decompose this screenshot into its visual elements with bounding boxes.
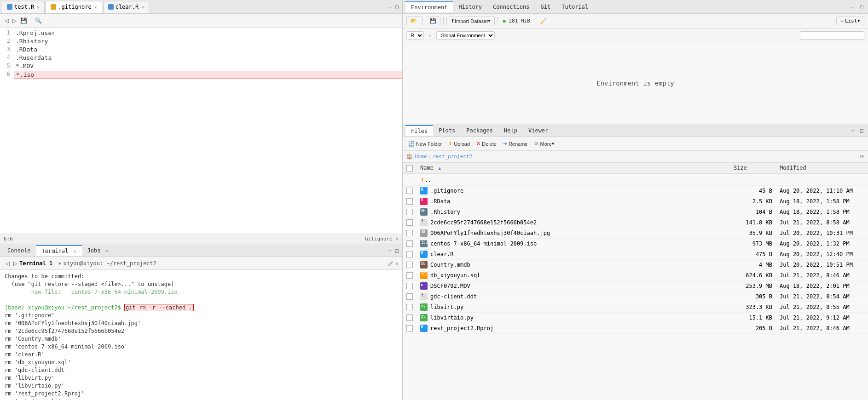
save-env-button[interactable]: 💾 xyxy=(426,17,440,25)
table-row[interactable]: 🖼006APoFYly1fnedhtexhsj30f40ciaah.jpg35.… xyxy=(403,228,868,238)
row-checkbox[interactable] xyxy=(406,262,413,268)
row-checkbox-cell[interactable] xyxy=(403,259,417,270)
row-checkbox-cell[interactable] xyxy=(403,249,417,259)
row-checkbox[interactable] xyxy=(406,198,413,205)
terminal-close-btn[interactable]: ✕ xyxy=(395,260,399,267)
table-row[interactable]: R.RData2.5 KBAug 18, 2022, 1:58 PM xyxy=(403,196,868,206)
jobs-tab-close[interactable]: ✕ xyxy=(106,248,109,253)
tab-plots[interactable]: Plots xyxy=(433,126,461,136)
tab-terminal[interactable]: Terminal ✕ xyxy=(36,245,82,256)
tab-packages[interactable]: Packages xyxy=(461,126,498,136)
open-button[interactable]: 📂 xyxy=(406,17,423,25)
row-checkbox-cell[interactable] xyxy=(403,280,417,291)
col-header-check[interactable] xyxy=(403,163,417,173)
table-row[interactable]: RH.Rhistory104 BAug 18, 2022, 1:58 PM xyxy=(403,206,868,217)
table-row[interactable]: Rrest_project2.Rproj205 BJul 21, 2022, 8… xyxy=(403,323,868,333)
tab-clear-r[interactable]: clear.R ✕ xyxy=(103,1,150,13)
terminal-clear-btn[interactable]: 🖉 xyxy=(388,260,393,267)
table-row[interactable]: ISOcentos-7-x86_64-minimal-2009.iso973 M… xyxy=(403,238,868,249)
table-row[interactable]: R.gitignore45 BAug 20, 2022, 11:10 AM xyxy=(403,185,868,196)
terminal-back[interactable]: ◁ xyxy=(4,260,12,267)
terminal-forward[interactable]: ▷ xyxy=(12,260,19,267)
col-header-size[interactable]: Size xyxy=(730,163,776,173)
row-checkbox-cell[interactable] xyxy=(403,196,417,206)
new-folder-button[interactable]: 🔄 New Folder xyxy=(406,140,444,148)
row-name[interactable]: RH.Rhistory xyxy=(417,206,730,217)
row-name[interactable]: pylibvirt.py xyxy=(417,302,730,312)
minimize-bottom[interactable]: — xyxy=(387,247,393,254)
back-button[interactable]: ◁ xyxy=(3,17,11,25)
terminal-tab-close[interactable]: ✕ xyxy=(74,249,76,254)
tab-jobs[interactable]: Jobs ✕ xyxy=(82,246,114,256)
terminal-dropdown[interactable]: ▾ xyxy=(56,260,63,267)
row-checkbox-cell[interactable] xyxy=(403,173,417,185)
table-row[interactable]: DBCountry.mmdb4 MBJul 20, 2022, 10:51 PM xyxy=(403,259,868,270)
table-row[interactable]: fgdc-client.ddt305 BJul 21, 2022, 8:54 A… xyxy=(403,291,868,302)
row-name[interactable]: DBCountry.mmdb xyxy=(417,259,730,270)
row-name[interactable]: SQLdb_xiyouyun.sql xyxy=(417,270,730,280)
row-checkbox-cell[interactable] xyxy=(403,291,417,302)
tab-close-clear-r[interactable]: ✕ xyxy=(141,5,144,10)
table-row[interactable]: Rclear.R475 BAug 20, 2022, 12:40 PM xyxy=(403,249,868,259)
col-header-name[interactable]: Name ▲ xyxy=(417,163,730,173)
row-name[interactable]: ISOcentos-7-x86_64-minimal-2009.iso xyxy=(417,238,730,249)
rename-button[interactable]: ➜ Rename xyxy=(501,140,530,148)
table-row[interactable]: ⬆.. xyxy=(403,173,868,185)
table-row[interactable]: pylibvirtaio.py15.1 KBJul 21, 2022, 9:12… xyxy=(403,312,868,323)
search-button[interactable]: 🔍 xyxy=(33,17,44,25)
tab-git[interactable]: Git xyxy=(535,2,556,12)
table-row[interactable]: SQLdb_xiyouyun.sql624.6 KBJul 21, 2022, … xyxy=(403,270,868,280)
row-name[interactable]: R.gitignore xyxy=(417,185,730,196)
forward-button[interactable]: ▷ xyxy=(11,17,18,25)
col-header-modified[interactable]: Modified xyxy=(776,163,868,173)
files-table-container[interactable]: Name ▲ Size Modified ⬆..R.gitignore45 BA… xyxy=(403,163,868,400)
row-name[interactable]: ⬆.. xyxy=(417,173,730,185)
env-select[interactable]: Global Environment xyxy=(436,31,495,40)
tab-close-test-r[interactable]: ✕ xyxy=(37,5,40,10)
broom-icon[interactable]: 🧹 xyxy=(538,18,549,24)
row-checkbox[interactable] xyxy=(406,230,413,236)
row-name[interactable]: 🖼006APoFYly1fnedhtexhsj30f40ciaah.jpg xyxy=(417,228,730,238)
row-checkbox-cell[interactable] xyxy=(403,217,417,228)
row-checkbox[interactable] xyxy=(406,209,413,215)
table-row[interactable]: pylibvirt.py323.3 KBJul 21, 2022, 8:55 A… xyxy=(403,302,868,312)
delete-button[interactable]: ✕ Delete xyxy=(475,140,498,148)
row-checkbox[interactable] xyxy=(406,304,413,310)
tab-console[interactable]: Console xyxy=(2,246,36,256)
row-checkbox-cell[interactable] xyxy=(403,302,417,312)
maximize-files[interactable]: □ xyxy=(858,127,865,134)
row-checkbox[interactable] xyxy=(406,251,413,257)
row-checkbox[interactable] xyxy=(406,219,413,226)
upload-button[interactable]: ⬆ Upload xyxy=(446,140,472,148)
row-checkbox[interactable] xyxy=(406,293,413,300)
row-checkbox-cell[interactable] xyxy=(403,228,417,238)
import-dataset-button[interactable]: ⬆ Import Dataset ▾ xyxy=(446,17,495,25)
tab-viewer[interactable]: Viewer xyxy=(523,126,554,136)
row-checkbox-cell[interactable] xyxy=(403,206,417,217)
row-checkbox[interactable] xyxy=(406,314,413,321)
row-name[interactable]: fgdc-client.ddt xyxy=(417,291,730,302)
tab-tutorial[interactable]: Tutorial xyxy=(556,2,594,12)
row-checkbox[interactable] xyxy=(406,283,413,289)
env-search-input[interactable] xyxy=(800,31,864,40)
tab-close-gitignore[interactable]: ✕ xyxy=(94,5,97,10)
maximize-bottom[interactable]: □ xyxy=(393,247,400,254)
minimize-files[interactable]: — xyxy=(850,127,856,134)
breadcrumb-home[interactable]: Home xyxy=(415,154,427,160)
tab-history[interactable]: History xyxy=(453,2,487,12)
editor-area[interactable]: 1 .Rproj.user 2 .Rhistory 3 .RData 4 .Ru… xyxy=(0,28,402,234)
header-checkbox[interactable] xyxy=(406,165,413,171)
row-checkbox-cell[interactable] xyxy=(403,185,417,196)
row-checkbox[interactable] xyxy=(406,325,413,331)
row-name[interactable]: Rrest_project2.Rproj xyxy=(417,323,730,333)
tab-help[interactable]: Help xyxy=(498,126,523,136)
tab-test-r[interactable]: test.R ✕ xyxy=(2,1,45,13)
row-checkbox[interactable] xyxy=(406,188,413,194)
more-button[interactable]: ⚙ More ▾ xyxy=(532,140,556,148)
table-row[interactable]: f2cde6cc95f2747668e152f5666b054e2141.8 K… xyxy=(403,217,868,228)
minimize-env[interactable]: — xyxy=(848,4,855,10)
row-name[interactable]: f2cde6cc95f2747668e152f5666b054e2 xyxy=(417,217,730,228)
row-name[interactable]: R.RData xyxy=(417,196,730,206)
sync-icon[interactable]: ⟳ xyxy=(860,154,864,160)
row-name[interactable]: ▶DSCF0792.MOV xyxy=(417,280,730,291)
